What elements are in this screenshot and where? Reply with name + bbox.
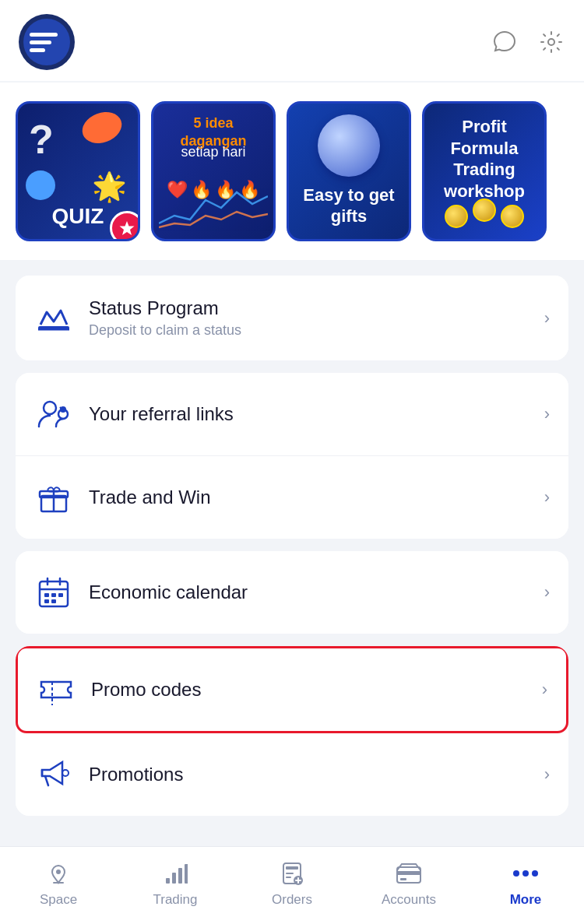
more-label: More [510, 892, 542, 908]
svg-rect-30 [286, 877, 291, 878]
status-program-chevron: › [544, 308, 550, 328]
banner-quiz[interactable]: ? 🌟 QUIZ [16, 101, 140, 241]
svg-point-3 [44, 402, 56, 414]
orders-label: Orders [272, 892, 312, 908]
calendar-title: Economic calendar [89, 581, 537, 603]
svg-point-22 [56, 870, 61, 874]
svg-rect-18 [51, 599, 56, 603]
svg-rect-16 [58, 593, 63, 597]
svg-rect-35 [397, 871, 420, 875]
menu-item-trade-win[interactable]: Trade and Win › [16, 456, 568, 539]
calendar-icon [34, 573, 73, 612]
accounts-icon [395, 859, 423, 887]
menu-section-promos: Promo codes › Promotions › [16, 646, 568, 816]
referral-title: Your referral links [89, 403, 537, 425]
referral-chevron: › [544, 404, 550, 424]
megaphone-icon [34, 755, 73, 794]
trading-icon [161, 859, 189, 887]
banner-five-ideas[interactable]: 5 idea dagangan setiap hari ❤️🔥🔥🔥 [151, 101, 276, 241]
header-icons [491, 28, 565, 56]
referral-text: Your referral links [89, 403, 537, 425]
gifts-label: Easy to get gifts [289, 185, 409, 227]
svg-point-0 [548, 39, 554, 45]
space-icon [44, 859, 72, 887]
status-program-title: Status Program [89, 297, 537, 319]
promo-codes-text: Promo codes [91, 679, 534, 701]
menu-section-calendar: Economic calendar › [16, 551, 568, 634]
profit-coins [424, 205, 544, 228]
gift-icon [34, 478, 73, 517]
svg-rect-29 [286, 873, 294, 874]
svg-rect-24 [172, 873, 176, 884]
trading-label: Trading [153, 892, 197, 908]
banners-row: ? 🌟 QUIZ 5 idea dagangan setiap hari ❤️🔥… [16, 101, 568, 241]
nav-item-accounts[interactable]: Accounts [350, 847, 467, 924]
trade-win-chevron: › [544, 487, 550, 508]
promotions-text: Promotions [89, 764, 537, 785]
svg-rect-23 [166, 878, 170, 884]
calendar-text: Economic calendar [89, 581, 537, 603]
profit-label: Profit Formula Trading workshop [431, 116, 538, 202]
nav-item-space[interactable]: Space [0, 847, 117, 924]
nav-item-trading[interactable]: Trading [117, 847, 234, 924]
banner-gifts[interactable]: Easy to get gifts [287, 101, 411, 241]
svg-rect-36 [400, 878, 406, 880]
menu-item-promo-codes[interactable]: Promo codes › [16, 646, 568, 733]
space-label: Space [40, 892, 77, 908]
svg-rect-17 [44, 599, 49, 603]
svg-point-38 [522, 870, 529, 877]
promo-codes-chevron: › [542, 680, 547, 700]
avatar[interactable] [19, 14, 75, 70]
header [0, 0, 584, 81]
svg-rect-14 [44, 593, 49, 597]
menu-item-referral-links[interactable]: Your referral links › [16, 373, 568, 456]
status-program-text: Status Program Deposit to claim a status [89, 297, 537, 339]
svg-rect-28 [286, 866, 298, 870]
bottom-nav: Space Trading Orders [0, 846, 584, 924]
more-icon [512, 859, 540, 887]
promo-codes-title: Promo codes [91, 679, 534, 701]
svg-point-39 [532, 870, 538, 877]
svg-rect-25 [178, 868, 182, 884]
five-ideas-content: 5 idea dagangan setiap hari ❤️🔥🔥🔥 [153, 104, 273, 239]
promotions-chevron: › [544, 764, 550, 785]
nav-item-more[interactable]: More [467, 847, 584, 924]
settings-icon[interactable] [537, 28, 565, 56]
crown-icon [34, 299, 73, 338]
menu-item-promotions[interactable]: Promotions › [16, 733, 568, 816]
svg-rect-2 [38, 326, 69, 330]
status-program-subtitle: Deposit to claim a status [89, 322, 537, 339]
gifts-sphere [318, 114, 380, 177]
svg-rect-15 [51, 593, 56, 597]
referral-icon [34, 395, 73, 434]
nav-item-orders[interactable]: Orders [234, 847, 350, 924]
ticket-icon [37, 670, 76, 709]
menu-section-referral: Your referral links › Trade and Win › [16, 373, 568, 539]
calendar-chevron: › [544, 582, 550, 603]
menu-item-status-program[interactable]: Status Program Deposit to claim a status… [16, 276, 568, 360]
five-ideas-label-sub: setiap hari [157, 144, 270, 160]
chat-icon[interactable] [491, 28, 519, 56]
svg-rect-26 [185, 864, 188, 884]
svg-marker-1 [120, 221, 135, 235]
banners-section: ? 🌟 QUIZ 5 idea dagangan setiap hari ❤️🔥… [0, 83, 584, 260]
menu-item-economic-calendar[interactable]: Economic calendar › [16, 551, 568, 634]
accounts-label: Accounts [382, 892, 436, 908]
banner-profit[interactable]: Profit Formula Trading workshop [422, 101, 547, 241]
star-badge [110, 211, 140, 241]
promotions-title: Promotions [89, 764, 537, 785]
trade-win-title: Trade and Win [89, 487, 537, 508]
menu-section-status: Status Program Deposit to claim a status… [16, 276, 568, 360]
svg-point-37 [513, 870, 519, 877]
orders-icon [278, 859, 306, 887]
trade-win-text: Trade and Win [89, 487, 537, 508]
